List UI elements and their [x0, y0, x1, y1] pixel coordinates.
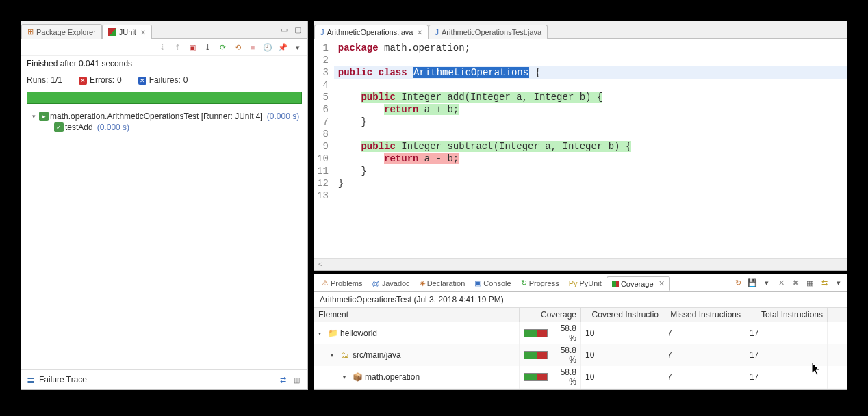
code-editor[interactable]: 1234 5678 910111213 package math.operati…: [314, 39, 847, 258]
failure-trace-header: ≣ Failure Trace ⇄ ▥: [21, 369, 307, 389]
view-menu-icon[interactable]: ▾: [833, 278, 844, 289]
test-case-row[interactable]: ✓ testAdd (0.000 s): [24, 122, 305, 133]
tab-javadoc[interactable]: @Javadoc: [367, 277, 414, 289]
coverage-row[interactable]: ▾🗂src/main/java58.8 %10717: [314, 344, 847, 366]
coverage-row[interactable]: ▾📦math.operation58.8 %10717: [314, 366, 847, 388]
element-icon: 🗂: [340, 350, 350, 360]
test-suite-row[interactable]: ▾ ▸ math.operation.ArithmeticOperationsT…: [24, 111, 305, 122]
close-icon[interactable]: ✕: [417, 29, 422, 36]
prev-failure-icon[interactable]: ⇡: [172, 42, 183, 53]
history-icon[interactable]: 🕘: [262, 42, 273, 53]
coverage-value: 10: [581, 344, 663, 366]
next-failure-icon[interactable]: ⇣: [157, 42, 168, 53]
view-menu-icon[interactable]: ▾: [292, 42, 303, 53]
coverage-bar: [524, 329, 548, 337]
filter-stack-icon[interactable]: ⇄: [277, 374, 288, 385]
horizontal-scrollbar[interactable]: <: [314, 258, 847, 270]
stacktrace-icon: ≣: [27, 374, 35, 385]
test-time: (0.000 s): [97, 122, 129, 132]
test-progress-bar: [27, 92, 302, 104]
junit-stats: Runs:1/1 ✕Errors:0 ✕Failures:0: [21, 71, 307, 89]
coverage-session-label: ArithmeticOperationsTest (Jul 3, 2018 4:…: [314, 292, 847, 307]
tab-progress[interactable]: ↻Progress: [516, 276, 564, 289]
errors-icon: ✕: [79, 77, 87, 85]
errors-label: Errors:: [90, 75, 114, 85]
failure-trace-label: Failure Trace: [39, 375, 87, 385]
runs-label: Runs:: [27, 75, 48, 85]
col-coverage[interactable]: Coverage: [520, 308, 581, 322]
coverage-value: 17: [745, 366, 828, 388]
element-name: src/main/java: [353, 350, 401, 360]
coverage-value: 17: [745, 322, 828, 344]
coverage-value: 10: [581, 366, 663, 388]
tab-label: JUnit: [119, 28, 136, 36]
relaunch-coverage-icon[interactable]: ↻: [732, 278, 743, 289]
compare-icon[interactable]: ▥: [291, 374, 302, 385]
merge-icon[interactable]: ▦: [804, 278, 815, 289]
coverage-icon: [612, 281, 619, 287]
tab-console[interactable]: ▣Console: [470, 276, 515, 289]
expand-icon[interactable]: ▾: [331, 352, 337, 359]
element-name: math.operation: [365, 372, 420, 382]
tab-declaration[interactable]: ◈Declaration: [415, 276, 470, 289]
tab-junit[interactable]: JUnit ✕: [102, 25, 152, 39]
scroll-lock-icon[interactable]: ⤓: [202, 42, 213, 53]
rerun-failed-icon[interactable]: ⟲: [232, 42, 243, 53]
coverage-table-header: Element Coverage Covered Instructio Miss…: [314, 307, 847, 322]
failures-icon: ✕: [138, 77, 146, 85]
rerun-test-icon[interactable]: ⟳: [217, 42, 228, 53]
element-icon: 📁: [328, 328, 337, 338]
coverage-bar: [524, 351, 548, 359]
close-icon[interactable]: ✕: [140, 29, 146, 36]
maximize-view-icon[interactable]: ▢: [292, 24, 303, 35]
problems-icon: ⚠: [322, 278, 329, 287]
coverage-row[interactable]: ▾📁helloworld58.8 %10717: [314, 322, 847, 344]
tab-package-explorer[interactable]: ⊞ Package Explorer: [21, 24, 102, 39]
col-missed[interactable]: Missed Instructions: [663, 308, 745, 322]
coverage-value: 10: [581, 388, 663, 389]
col-covered[interactable]: Covered Instructio: [581, 308, 663, 322]
dropdown-icon[interactable]: ▾: [761, 278, 772, 289]
package-explorer-icon: ⊞: [27, 27, 34, 36]
test-pass-icon: ▸: [39, 112, 49, 121]
expand-icon[interactable]: ▾: [343, 374, 350, 380]
editor-tab-arithmetic-operations[interactable]: J ArithmeticOperations.java ✕: [314, 25, 429, 39]
coverage-pct: 58.8 %: [552, 346, 576, 365]
tab-label: ArithmeticOperations.java: [327, 28, 413, 36]
editor-tab-arithmetic-operations-test[interactable]: J ArithmeticOperationsTest.java: [429, 25, 548, 39]
coverage-pct: 58.8 %: [552, 367, 576, 387]
line-gutter: 1234 5678 910111213: [314, 39, 334, 258]
col-total[interactable]: Total Instructions: [745, 308, 828, 322]
suite-time: (0.000 s): [267, 112, 299, 121]
tab-label: Package Explorer: [36, 28, 96, 36]
pin-icon[interactable]: 📌: [277, 42, 288, 53]
coverage-value: 10: [581, 322, 663, 344]
show-failures-icon[interactable]: ▣: [187, 42, 198, 53]
tab-pyunit[interactable]: PyPyUnit: [564, 277, 607, 289]
left-tab-row: ⊞ Package Explorer JUnit ✕ ▭ ▢: [21, 21, 307, 39]
remove-all-icon[interactable]: ✖: [790, 278, 801, 289]
col-element[interactable]: Element: [314, 308, 520, 322]
coverage-bar: [524, 373, 548, 381]
coverage-row[interactable]: ▸JArithmeticOperations.java58.8 %10717: [314, 388, 847, 389]
code-body[interactable]: package math.operation; public class Ari…: [334, 39, 847, 258]
test-tree[interactable]: ▾ ▸ math.operation.ArithmeticOperationsT…: [21, 107, 307, 369]
coverage-table[interactable]: Element Coverage Covered Instructio Miss…: [314, 307, 847, 389]
tab-problems[interactable]: ⚠Problems: [317, 276, 367, 289]
test-pass-icon: ✓: [54, 122, 64, 132]
link-editor-icon[interactable]: ⇆: [819, 278, 830, 289]
tab-coverage[interactable]: Coverage✕: [607, 276, 670, 291]
coverage-value: 7: [663, 388, 745, 389]
collapse-icon[interactable]: ▾: [29, 112, 38, 120]
minimize-view-icon[interactable]: ▭: [279, 24, 290, 35]
errors-value: 0: [117, 75, 122, 85]
remove-session-icon[interactable]: ✕: [776, 278, 787, 289]
java-file-icon: J: [320, 28, 324, 36]
close-icon[interactable]: ✕: [659, 279, 665, 288]
element-name: helloworld: [340, 328, 377, 338]
stop-icon[interactable]: ■: [247, 42, 258, 53]
dump-icon[interactable]: 💾: [747, 278, 758, 289]
runs-value: 1/1: [51, 75, 62, 85]
element-icon: 📦: [353, 372, 362, 382]
expand-icon[interactable]: ▾: [318, 330, 325, 337]
